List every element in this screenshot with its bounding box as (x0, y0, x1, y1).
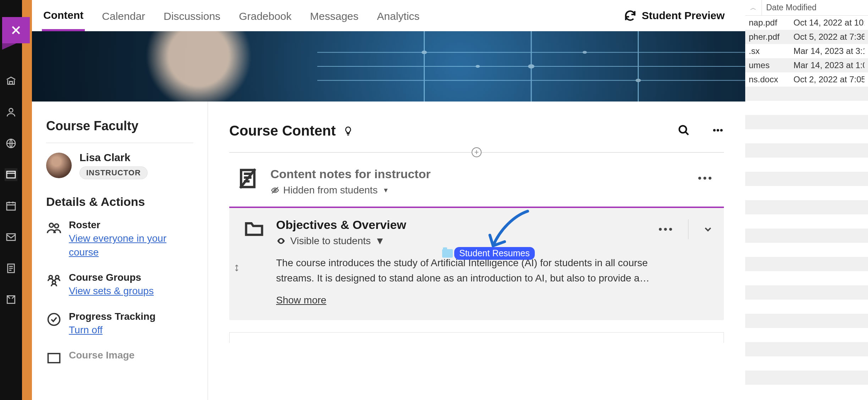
course-image-title: Course Image (69, 350, 134, 361)
svg-rect-3 (7, 203, 15, 210)
course-faculty-heading: Course Faculty (46, 119, 193, 133)
visibility-toggle[interactable]: Hidden from students ▼ (270, 185, 430, 196)
content-placeholder (229, 332, 724, 343)
item-menu-button[interactable]: ••• (698, 172, 713, 184)
institution-icon[interactable] (5, 75, 17, 87)
action-progress: Progress Tracking Turn off (46, 311, 193, 337)
messages-icon[interactable] (5, 231, 17, 243)
details-sidebar: Course Faculty Lisa Clark INSTRUCTOR Det… (32, 102, 208, 400)
svg-point-15 (636, 79, 641, 82)
lightbulb-icon[interactable] (343, 126, 353, 136)
roster-link[interactable]: View everyone in your course (69, 231, 193, 259)
groups-icon (46, 273, 62, 288)
svg-point-16 (476, 65, 480, 68)
svg-point-28 (720, 129, 723, 131)
tab-calendar[interactable]: Calendar (100, 1, 147, 30)
svg-point-26 (713, 129, 715, 131)
content-item-description: The course introduces the study of Artif… (276, 255, 659, 286)
tab-discussions[interactable]: Discussions (162, 1, 222, 30)
svg-rect-24 (48, 354, 60, 363)
courses-icon[interactable] (5, 168, 17, 181)
progress-icon (46, 312, 62, 327)
svg-point-18 (49, 223, 53, 227)
add-content-button[interactable]: + (472, 147, 482, 157)
file-row[interactable]: ns.docxOct 2, 2022 at 7:05 (745, 72, 868, 87)
reorder-handle[interactable] (233, 264, 241, 274)
show-more-link[interactable]: Show more (276, 295, 326, 306)
action-roster: Roster View everyone in your course (46, 219, 193, 259)
groups-link[interactable]: View sets & groups (69, 284, 154, 298)
file-row[interactable]: pher.pdfOct 5, 2022 at 7:36 (745, 30, 868, 44)
svg-point-0 (9, 108, 13, 112)
svg-rect-4 (7, 234, 15, 241)
svg-line-30 (240, 169, 256, 188)
file-date: Oct 14, 2022 at 10: (788, 18, 864, 28)
collapse-chevron-icon[interactable]: ︿ (745, 4, 762, 12)
close-panel-button[interactable] (2, 17, 30, 43)
tab-messages[interactable]: Messages (309, 1, 360, 30)
svg-point-25 (679, 126, 686, 133)
file-row[interactable]: .sxMar 14, 2023 at 3:1 (745, 44, 868, 58)
folder-icon (243, 218, 265, 239)
grades-icon[interactable] (5, 262, 17, 275)
chevron-down-icon: ▼ (383, 187, 389, 194)
content-item-objectives[interactable]: Objectives & Overview Visible to student… (229, 208, 724, 320)
file-row[interactable]: nap.pdfOct 14, 2022 at 10: (745, 16, 868, 30)
svg-point-13 (422, 50, 427, 54)
svg-point-27 (717, 129, 719, 131)
image-icon (46, 350, 62, 366)
file-list-header: ︿ Date Modified (745, 0, 868, 16)
calendar-icon[interactable] (5, 199, 17, 212)
tab-content[interactable]: Content (42, 0, 85, 31)
chevron-down-icon: ▼ (375, 235, 385, 247)
file-name: nap.pdf (749, 18, 788, 28)
hidden-eye-icon (270, 186, 280, 195)
tab-analytics[interactable]: Analytics (375, 1, 421, 30)
folder-icon (442, 249, 453, 258)
file-date: Mar 14, 2023 at 3:1 (788, 46, 864, 56)
student-preview-button[interactable]: Student Preview (623, 9, 725, 22)
file-name: .sx (749, 46, 788, 56)
progress-link[interactable]: Turn off (69, 323, 155, 337)
progress-title: Progress Tracking (69, 311, 155, 322)
file-row[interactable]: umesMar 14, 2023 at 1:0 (745, 58, 868, 72)
content-item-title: Content notes for instructor (270, 167, 430, 181)
file-date: Mar 14, 2023 at 1:0 (788, 60, 864, 70)
student-preview-label: Student Preview (642, 10, 725, 22)
action-groups: Course Groups View sets & groups (46, 272, 193, 298)
refresh-icon (623, 9, 637, 22)
course-banner (32, 31, 745, 102)
tab-gradebook[interactable]: Gradebook (237, 1, 293, 30)
annotation-arrow (486, 207, 532, 253)
details-actions-heading: Details & Actions (46, 195, 193, 209)
content-menu-button[interactable] (712, 124, 724, 138)
action-course-image: Course Image (46, 350, 193, 366)
visible-eye-icon (276, 236, 286, 246)
svg-point-19 (55, 224, 59, 228)
activity-icon[interactable] (5, 137, 17, 150)
file-list-panel: ︿ Date Modified nap.pdfOct 14, 2022 at 1… (745, 0, 868, 400)
course-tabs: Content Calendar Discussions Gradebook M… (32, 0, 745, 31)
close-icon (10, 24, 22, 36)
role-badge: INSTRUCTOR (79, 166, 148, 179)
course-panel: Content Calendar Discussions Gradebook M… (22, 0, 745, 400)
avatar (46, 153, 72, 178)
roster-title: Roster (69, 219, 193, 231)
file-name: ns.docx (749, 75, 788, 84)
tools-icon[interactable] (5, 293, 17, 306)
page-title: Course Content (229, 123, 336, 139)
profile-icon[interactable] (5, 106, 17, 119)
column-date-modified[interactable]: Date Modified (762, 0, 821, 15)
expand-chevron-icon[interactable] (703, 224, 713, 235)
faculty-row[interactable]: Lisa Clark INSTRUCTOR (46, 152, 193, 179)
item-menu-button[interactable]: ••• (658, 223, 674, 235)
svg-point-17 (583, 51, 587, 54)
search-button[interactable] (678, 124, 690, 138)
svg-point-14 (528, 64, 534, 69)
file-name: umes (749, 60, 788, 70)
app-rail (0, 0, 22, 400)
insert-divider: + (229, 147, 724, 157)
drag-ghost-label: Student Resumes (454, 247, 535, 260)
drag-ghost: Student Resumes (442, 247, 535, 260)
content-item-notes[interactable]: Content notes for instructor Hidden from… (229, 157, 724, 207)
